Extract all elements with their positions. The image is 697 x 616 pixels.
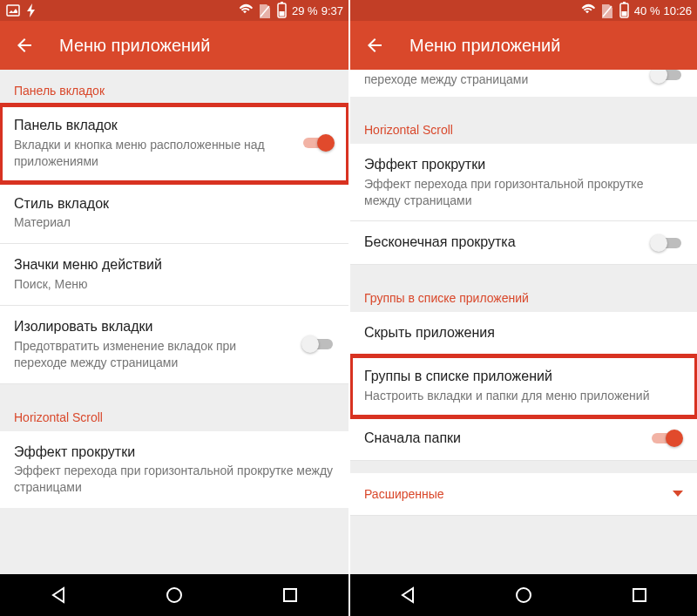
svg-rect-6 [284,589,296,601]
battery-percent: 29 % [292,4,318,17]
row-tab-panel[interactable]: Панель вкладок Вкладки и кнопка меню рас… [0,105,348,183]
section-gap [350,97,697,109]
row-tab-style[interactable]: Стиль вкладок Материал [0,183,348,245]
row-scroll-effect[interactable]: Эффект прокрутки Эффект перехода при гор… [350,144,697,222]
android-navbar [0,574,348,616]
row-title: Эффект прокрутки [14,443,335,462]
battery-icon [618,2,631,19]
back-icon[interactable] [14,35,35,56]
section-gap [350,265,697,277]
row-title: Бесконечная прокрутка [364,234,639,252]
svg-point-7 [517,588,531,602]
app-header: Меню приложений [0,21,348,70]
row-title: Стиль вкладок [14,195,335,213]
battery-icon [275,2,288,19]
row-scroll-effect[interactable]: Эффект прокрутки Эффект перехода при гор… [0,431,348,509]
section-header-tab-panel: Панель вкладок [0,70,348,105]
section-gap [350,461,697,473]
clock: 9:37 [321,4,343,17]
row-subtitle: Материал [14,214,335,231]
section-header-hscroll: Horizontal Scroll [0,396,348,431]
svg-point-5 [167,588,181,602]
switch-tab-panel[interactable] [301,134,335,152]
section-header-hscroll: Horizontal Scroll [350,109,697,144]
row-hide-apps[interactable]: Скрыть приложения [350,312,697,355]
row-infinite-scroll[interactable]: Бесконечная прокрутка [350,221,697,265]
row-folders-first[interactable]: Сначала папки [350,417,697,461]
section-header-groups: Группы в списке приложений [350,277,697,312]
back-icon[interactable] [364,35,385,56]
wifi-icon [239,3,254,17]
row-title: Группы в списке приложений [364,368,683,386]
section-label: Расширенные [364,487,444,501]
switch-partial[interactable] [650,70,683,84]
row-subtitle: Настроить вкладки и папки для меню прило… [364,388,683,404]
row-subtitle: Поиск, Меню [14,276,335,293]
row-subtitle: Предотвратить изменение вкладок при пере… [14,338,291,371]
row-subtitle: переходе между страницами [364,71,639,88]
page-title: Меню приложений [59,36,210,56]
row-subtitle: Эффект перехода при горизонтальной прокр… [14,463,335,496]
clock: 10:26 [663,4,692,17]
row-subtitle: Эффект перехода при горизонтальной прокр… [364,176,683,209]
row-drawer-groups[interactable]: Группы в списке приложений Настроить вкл… [350,355,697,417]
sim-icon [600,3,614,18]
nav-home-icon[interactable] [165,586,184,605]
nav-recent-icon[interactable] [630,586,649,605]
row-title: Значки меню действий [14,256,335,274]
switch-folders-first[interactable] [650,430,683,447]
row-partial-top[interactable]: переходе между страницами [350,70,697,97]
section-gap [0,384,348,396]
screen-left: 29 % 9:37 Меню приложений Панель вкладок… [0,0,348,616]
section-header-advanced[interactable]: Расширенные [350,473,697,516]
svg-rect-8 [633,589,646,601]
sim-icon [258,3,272,18]
chevron-down-icon [673,491,683,497]
app-header: Меню приложений [350,21,697,70]
battery-percent: 40 % [634,4,660,17]
switch-isolate[interactable] [301,335,335,353]
switch-infinite[interactable] [650,234,683,252]
android-navbar [350,574,697,616]
row-title: Сначала папки [364,430,639,448]
image-icon [5,3,21,18]
row-isolate-tabs[interactable]: Изолировать вкладки Предотвратить измене… [0,306,348,384]
row-title: Изолировать вкладки [14,318,291,336]
screen-right: 40 % 10:26 Меню приложений переходе межд… [348,0,697,616]
row-subtitle: Вкладки и кнопка меню расположенные над … [14,137,291,170]
bolt-icon [24,3,37,18]
nav-back-icon[interactable] [49,586,68,605]
wifi-icon [581,3,597,17]
row-title: Панель вкладок [14,117,291,135]
status-bar: 40 % 10:26 [350,0,697,21]
content-scroll[interactable]: Панель вкладок Панель вкладок Вкладки и … [0,70,348,574]
row-title: Скрыть приложения [364,324,683,342]
row-action-icons[interactable]: Значки меню действий Поиск, Меню [0,244,348,306]
page-title: Меню приложений [409,36,560,56]
nav-back-icon[interactable] [398,586,417,605]
nav-home-icon[interactable] [514,586,533,605]
content-scroll[interactable]: переходе между страницами Horizontal Scr… [350,70,697,574]
status-bar: 29 % 9:37 [0,0,348,21]
row-title: Эффект прокрутки [364,156,683,174]
nav-recent-icon[interactable] [281,586,300,605]
